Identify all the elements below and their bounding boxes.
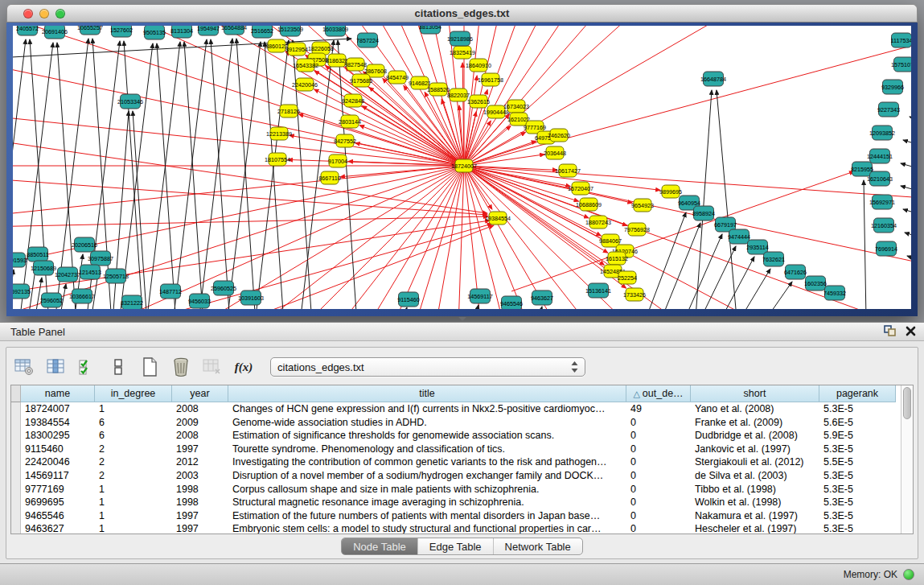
table-cell[interactable]: 0 xyxy=(626,469,691,483)
table-cell[interactable]: 5.3E-5 xyxy=(819,402,896,416)
table-cell[interactable]: Genome-wide association studies in ADHD. xyxy=(228,416,626,430)
tab-edge-table[interactable]: Edge Table xyxy=(417,538,493,554)
table-cell[interactable]: 1997 xyxy=(172,509,228,523)
table-cell[interactable]: 2003 xyxy=(172,469,228,483)
table-cell[interactable]: Stergiakouli et al. (2012) xyxy=(691,455,819,469)
table-cell[interactable]: Structural magnetic resonance image aver… xyxy=(228,496,626,509)
table-cell[interactable]: 9463627 xyxy=(21,522,95,534)
table-cell[interactable]: Corpus callosum shape and size in male p… xyxy=(228,483,626,496)
table-cell[interactable]: Jankovic et al. (1997) xyxy=(691,443,819,456)
table-row[interactable]: 1872400712008Changes of HCN gene express… xyxy=(11,402,901,416)
close-panel-icon[interactable] xyxy=(906,325,916,340)
table-cell[interactable]: 0 xyxy=(626,416,691,430)
table-row[interactable]: 946362711997Embryonic stem cells: a mode… xyxy=(11,522,901,534)
table-cell[interactable]: 6 xyxy=(95,416,172,430)
function-builder-button[interactable]: f(x) xyxy=(232,356,255,378)
table-cell[interactable]: 5.3E-5 xyxy=(819,509,896,523)
table-cell[interactable]: 9115460 xyxy=(21,443,95,456)
table-cell[interactable]: Nakamura et al. (1997) xyxy=(691,509,819,523)
tab-node-table[interactable]: Node Table xyxy=(342,538,417,554)
table-cell[interactable]: 1998 xyxy=(172,483,228,496)
table-cell[interactable]: 1997 xyxy=(172,522,228,534)
new-table-button[interactable] xyxy=(138,356,161,378)
table-cell[interactable]: 19384554 xyxy=(21,416,95,430)
panel-splitter[interactable] xyxy=(0,316,924,322)
table-cell[interactable]: 0 xyxy=(626,443,691,456)
table-cell[interactable]: Estimation of the future numbers of pati… xyxy=(228,509,626,523)
table-cell[interactable]: 5.9E-5 xyxy=(819,429,896,443)
table-cell[interactable]: 1 xyxy=(95,483,172,496)
column-header-pagerank[interactable]: pagerank xyxy=(819,385,896,402)
table-cell[interactable]: Wolkin et al. (1998) xyxy=(691,496,819,509)
table-cell[interactable]: 2008 xyxy=(172,429,228,443)
close-window-button[interactable] xyxy=(23,9,33,19)
table-row[interactable]: 977716911998Corpus callosum shape and si… xyxy=(11,483,901,496)
table-cell[interactable]: Franke et al. (2009) xyxy=(691,416,819,430)
table-cell[interactable]: 2009 xyxy=(172,416,228,430)
table-cell[interactable]: 49 xyxy=(626,402,691,416)
delete-table-button[interactable] xyxy=(170,356,192,378)
table-selector-dropdown[interactable]: citations_edges.txt xyxy=(270,357,585,377)
table-row[interactable]: 969969511998Structural magnetic resonanc… xyxy=(11,496,901,509)
table-cell[interactable]: Hescheler et al. (1997) xyxy=(691,522,819,534)
column-header-short[interactable]: short xyxy=(691,385,819,402)
table-cell[interactable]: Disruption of a novel member of a sodium… xyxy=(228,469,626,483)
table-cell[interactable]: Estimation of significance thresholds fo… xyxy=(228,429,626,443)
table-cell[interactable]: 2 xyxy=(95,455,172,469)
table-cell[interactable]: 5.3E-5 xyxy=(819,469,896,483)
table-cell[interactable]: 2008 xyxy=(172,402,228,416)
network-canvas[interactable]: 8860123891295418226058982750816543382818… xyxy=(13,26,911,309)
table-cell[interactable]: 5.3E-5 xyxy=(819,483,896,496)
table-cell[interactable]: 5.5E-5 xyxy=(819,455,896,469)
table-cell[interactable]: 1 xyxy=(95,509,172,523)
table-cell[interactable]: 0 xyxy=(626,455,691,469)
table-row[interactable]: 1456911722003Disruption of a novel membe… xyxy=(11,469,901,483)
table-cell[interactable]: 5.6E-5 xyxy=(819,416,896,430)
table-cell[interactable]: Tourette syndrome. Phenomenology and cla… xyxy=(228,443,626,456)
table-cell[interactable]: 18300295 xyxy=(21,429,95,443)
table-cell[interactable]: 0 xyxy=(626,496,691,509)
table-cell[interactable]: 9699695 xyxy=(21,496,95,509)
zoom-window-button[interactable] xyxy=(55,9,65,19)
table-settings-button[interactable] xyxy=(13,356,35,378)
table-cell[interactable]: Changes of HCN gene expression and I(f) … xyxy=(228,402,626,416)
scrollbar-thumb[interactable] xyxy=(903,387,911,419)
table-cell[interactable]: 1997 xyxy=(172,443,228,456)
table-cell[interactable]: 6 xyxy=(95,429,172,443)
column-header-name[interactable]: name xyxy=(21,385,95,402)
column-chooser-button[interactable] xyxy=(44,356,67,378)
table-cell[interactable]: 1998 xyxy=(172,496,228,509)
table-cell[interactable]: 0 xyxy=(626,522,691,534)
table-cell[interactable]: Tibbo et al. (1998) xyxy=(691,483,819,496)
column-header-out_de[interactable]: △out_de… xyxy=(626,385,691,402)
table-cell[interactable]: 1 xyxy=(95,496,172,509)
table-cell[interactable]: 22420046 xyxy=(21,455,95,469)
table-cell[interactable]: 2012 xyxy=(172,455,228,469)
table-cell[interactable]: de Silva et al. (2003) xyxy=(691,469,819,483)
float-panel-icon[interactable] xyxy=(884,325,896,340)
tab-network-table[interactable]: Network Table xyxy=(493,538,582,554)
select-rows-button[interactable] xyxy=(76,356,98,378)
table-cell[interactable]: Embryonic stem cells: a model to study s… xyxy=(228,522,626,534)
table-cell[interactable]: 18724007 xyxy=(21,402,95,416)
minimize-window-button[interactable] xyxy=(39,9,49,19)
table-cell[interactable]: 9465546 xyxy=(21,509,95,523)
column-header-year[interactable]: year xyxy=(172,385,228,402)
table-cell[interactable]: 5.3E-5 xyxy=(819,496,896,509)
table-cell[interactable]: 0 xyxy=(626,509,691,523)
table-cell[interactable]: Dudbridge et al. (2008) xyxy=(691,429,819,443)
table-cell[interactable]: 0 xyxy=(626,429,691,443)
table-cell[interactable]: 14569117 xyxy=(21,469,95,483)
column-header-in_degree[interactable]: in_degree xyxy=(95,385,172,402)
table-cell[interactable]: 1 xyxy=(95,402,172,416)
table-cell[interactable]: Yano et al. (2008) xyxy=(691,402,819,416)
table-cell[interactable]: 5.3E-5 xyxy=(819,443,896,456)
table-cell[interactable]: 5.3E-5 xyxy=(819,522,896,534)
table-row[interactable]: 2242004622012Investigating the contribut… xyxy=(11,455,901,469)
network-window-titlebar[interactable]: citations_edges.txt xyxy=(6,4,918,23)
table-row[interactable]: 911546021997Tourette syndrome. Phenomeno… xyxy=(11,443,901,456)
table-cell[interactable]: Investigating the contribution of common… xyxy=(228,455,626,469)
table-cell[interactable]: 2 xyxy=(95,469,172,483)
table-row[interactable]: 1938455462009Genome-wide association stu… xyxy=(11,416,901,430)
table-vertical-scrollbar[interactable] xyxy=(901,385,913,534)
